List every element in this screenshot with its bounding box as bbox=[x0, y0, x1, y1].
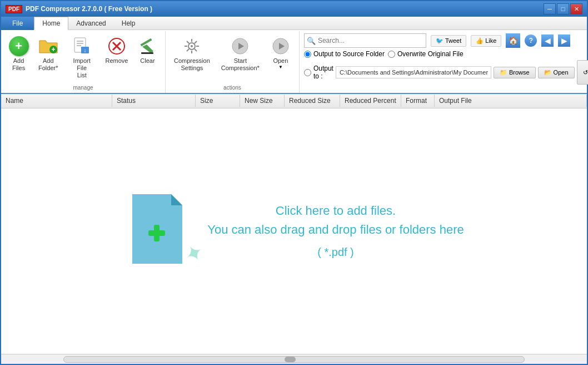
add-folder-label: AddFolder* bbox=[38, 57, 58, 72]
import-file-list-label: Import FileList bbox=[68, 57, 95, 80]
settings-icon bbox=[182, 36, 202, 56]
col-size[interactable]: Size bbox=[196, 95, 240, 107]
forward-button[interactable]: ▶ bbox=[558, 34, 570, 47]
browse-label: Browse bbox=[509, 69, 530, 76]
menu-bar: File Home Advanced Help bbox=[1, 17, 587, 30]
table-header: Name Status Size New Size Reduced Size R… bbox=[1, 94, 587, 108]
search-input[interactable] bbox=[318, 37, 423, 45]
ribbon-right-middle: Output to Source Folder Overwrite Origin… bbox=[304, 50, 588, 58]
drop-line3-text: ( *.pdf ) bbox=[317, 246, 354, 258]
svg-point-14 bbox=[191, 45, 193, 47]
svg-rect-12 bbox=[141, 52, 153, 54]
clear-icon bbox=[137, 36, 157, 56]
minimize-button[interactable]: ─ bbox=[544, 3, 556, 14]
svg-line-21 bbox=[195, 41, 197, 43]
drop-line2: You can also drag and drop files or fold… bbox=[207, 223, 464, 237]
drop-text: Click here to add files. You can also dr… bbox=[207, 204, 464, 259]
overwrite-radio-input[interactable] bbox=[388, 51, 395, 58]
ribbon-section-actions: CompressionSettings StartCompression* bbox=[166, 31, 300, 93]
output-to-label: Output to : bbox=[313, 65, 333, 80]
browse-button[interactable]: 📁 Browse bbox=[494, 67, 536, 78]
tweet-button[interactable]: 🐦 Tweet bbox=[431, 35, 466, 47]
actions-section-label: actions bbox=[168, 83, 297, 92]
open-button[interactable]: Open ▼ bbox=[266, 33, 296, 72]
menu-tab-home[interactable]: Home bbox=[34, 17, 68, 30]
output-source-folder-radio[interactable]: Output to Source Folder bbox=[304, 50, 385, 58]
ribbon-right-bottom: Output to : C:\Documents and Settings\Ad… bbox=[304, 60, 588, 85]
tweet-label: Tweet bbox=[445, 37, 461, 44]
drop-zone-area[interactable]: Click here to add files. You can also dr… bbox=[1, 108, 587, 354]
add-folder-icon: + bbox=[38, 36, 58, 56]
twitter-icon: 🐦 bbox=[436, 37, 444, 45]
source-folder-radio-input[interactable] bbox=[304, 51, 311, 58]
maximize-button[interactable]: □ bbox=[557, 3, 569, 14]
svg-line-22 bbox=[187, 49, 189, 51]
open-folder-icon: 📂 bbox=[544, 69, 552, 76]
compression-settings-button[interactable]: CompressionSettings bbox=[169, 33, 215, 75]
reset-default-button[interactable]: ↺ Reset to Default bbox=[577, 60, 588, 85]
home-button[interactable]: 🏠 bbox=[506, 33, 520, 48]
overwrite-original-radio[interactable]: Overwrite Original File bbox=[388, 50, 464, 58]
col-name[interactable]: Name bbox=[1, 95, 112, 107]
manage-section-label: manage bbox=[3, 83, 163, 92]
remove-icon bbox=[107, 36, 127, 56]
ribbon-section-manage: + AddFiles + AddFolder* bbox=[1, 31, 166, 93]
open-icon bbox=[271, 36, 291, 56]
play-icon bbox=[230, 36, 250, 56]
scrollbar-track[interactable] bbox=[63, 356, 525, 363]
add-files-icon: + bbox=[9, 36, 29, 56]
col-format[interactable]: Format bbox=[401, 95, 435, 107]
scrollbar-thumb[interactable] bbox=[285, 357, 296, 362]
open-folder-button[interactable]: 📂 Open bbox=[538, 67, 575, 78]
col-reduced-percent[interactable]: Reduced Percent bbox=[340, 95, 401, 107]
close-button[interactable]: ✕ bbox=[570, 3, 582, 14]
import-icon: ↓ bbox=[72, 36, 92, 56]
like-icon: 👍 bbox=[476, 37, 484, 45]
overwrite-label: Overwrite Original File bbox=[397, 50, 464, 58]
open-folder-label: Open bbox=[554, 69, 569, 76]
window-controls: ─ □ ✕ bbox=[544, 3, 582, 14]
menu-tab-advanced[interactable]: Advanced bbox=[68, 17, 113, 30]
svg-line-19 bbox=[187, 41, 189, 43]
pdf-drop-icon bbox=[124, 191, 191, 271]
output-to-radio-input[interactable] bbox=[304, 69, 311, 76]
start-compression-button[interactable]: StartCompression* bbox=[216, 33, 265, 75]
ribbon-right-top: 🔍 🐦 Tweet 👍 Like 🏠 ? ◀ bbox=[304, 33, 588, 48]
svg-rect-28 bbox=[154, 225, 160, 241]
svg-text:↓: ↓ bbox=[84, 47, 87, 53]
menu-tab-file[interactable]: File bbox=[1, 17, 34, 30]
like-button[interactable]: 👍 Like bbox=[471, 35, 501, 47]
add-files-button[interactable]: + AddFiles bbox=[4, 33, 33, 75]
col-new-size[interactable]: New Size bbox=[240, 95, 285, 107]
search-area[interactable]: 🔍 bbox=[304, 33, 426, 48]
add-folder-button[interactable]: + AddFolder* bbox=[34, 33, 62, 75]
ribbon-right: 🔍 🐦 Tweet 👍 Like 🏠 ? ◀ bbox=[300, 31, 588, 93]
drop-zone[interactable]: Click here to add files. You can also dr… bbox=[102, 169, 486, 293]
drop-line3: ✦ ( *.pdf ) bbox=[207, 246, 464, 259]
back-button[interactable]: ◀ bbox=[541, 34, 554, 47]
reset-icon: ↺ bbox=[583, 69, 588, 76]
remove-button[interactable]: Remove bbox=[101, 33, 132, 67]
col-reduced-size[interactable]: Reduced Size bbox=[285, 95, 340, 107]
col-status[interactable]: Status bbox=[112, 95, 196, 107]
clear-label: Clear bbox=[140, 57, 155, 65]
open-dropdown-arrow[interactable]: ▼ bbox=[278, 65, 283, 70]
browse-icon: 📁 bbox=[500, 69, 507, 76]
menu-tab-help[interactable]: Help bbox=[114, 17, 143, 30]
clear-button[interactable]: Clear bbox=[133, 33, 162, 67]
add-files-label: AddFiles bbox=[12, 57, 25, 72]
output-to-radio[interactable]: Output to : bbox=[304, 65, 333, 80]
app-title: PDF Compressor 2.7.0.0 ( Free Version ) bbox=[26, 5, 152, 13]
help-button[interactable]: ? bbox=[525, 34, 537, 47]
col-output-file[interactable]: Output File bbox=[435, 95, 587, 107]
import-file-list-button[interactable]: ↓ Import FileList bbox=[63, 33, 100, 82]
like-label: Like bbox=[485, 37, 496, 44]
horizontal-scrollbar[interactable] bbox=[1, 354, 587, 364]
title-bar: PDF PDF Compressor 2.7.0.0 ( Free Versio… bbox=[1, 1, 587, 17]
drop-line1: Click here to add files. bbox=[207, 204, 464, 218]
svg-line-20 bbox=[195, 49, 197, 51]
open-label: Open bbox=[273, 57, 288, 65]
app-icon: PDF bbox=[6, 5, 22, 13]
source-folder-label: Output to Source Folder bbox=[313, 50, 385, 58]
remove-label: Remove bbox=[106, 57, 128, 65]
